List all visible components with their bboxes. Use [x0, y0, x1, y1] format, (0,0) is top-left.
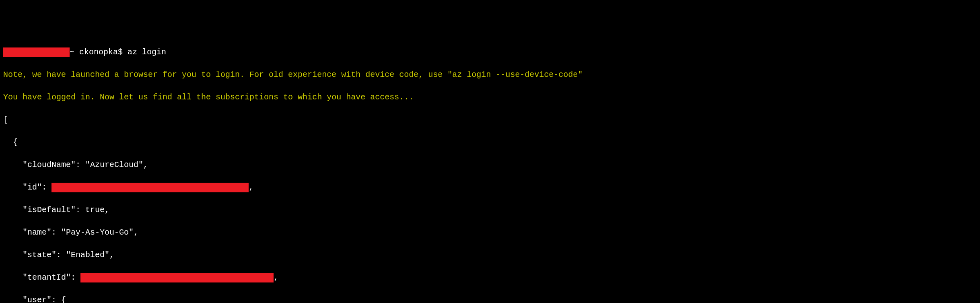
- json-isdefault: "isDefault": true,: [3, 204, 977, 216]
- prompt-user: ckonopka$: [79, 47, 128, 58]
- json-open-bracket: [: [3, 114, 977, 126]
- json-tenant-comma: ,: [274, 273, 278, 282]
- command-text: az login: [128, 47, 166, 58]
- redacted-tenant-id: [80, 273, 274, 282]
- json-open-brace: {: [3, 137, 977, 148]
- json-id-comma: ,: [249, 183, 253, 192]
- json-id-line: "id": ,: [3, 182, 977, 193]
- redacted-hostname: [3, 47, 70, 57]
- json-tenant-key: "tenantId":: [3, 273, 80, 282]
- logged-in-message: You have logged in. Now let us find all …: [3, 92, 977, 103]
- prompt-separator: ~: [70, 47, 79, 58]
- json-tenant-line: "tenantId": ,: [3, 272, 977, 283]
- json-user-open: "user": {: [3, 295, 977, 303]
- redacted-subscription-id: [51, 183, 249, 192]
- json-state: "state": "Enabled",: [3, 249, 977, 261]
- terminal-prompt-line: ~ ckonopka$ az login: [3, 47, 977, 58]
- json-id-key: "id":: [3, 183, 51, 192]
- login-note-message: Note, we have launched a browser for you…: [3, 69, 977, 80]
- json-cloudname: "cloudName": "AzureCloud",: [3, 159, 977, 171]
- json-name: "name": "Pay-As-You-Go",: [3, 227, 977, 238]
